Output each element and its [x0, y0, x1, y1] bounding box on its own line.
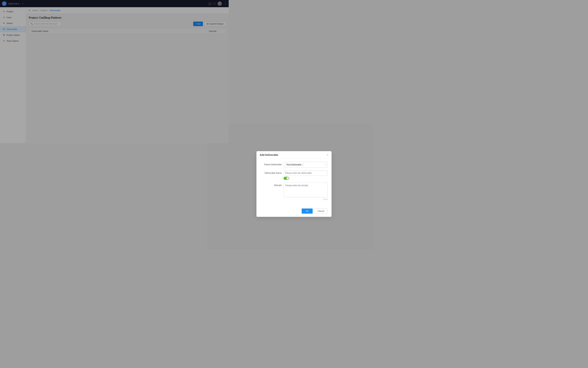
modal-overlay: Add Deliverable × Parent Deliverable Roo… — [0, 0, 229, 143]
